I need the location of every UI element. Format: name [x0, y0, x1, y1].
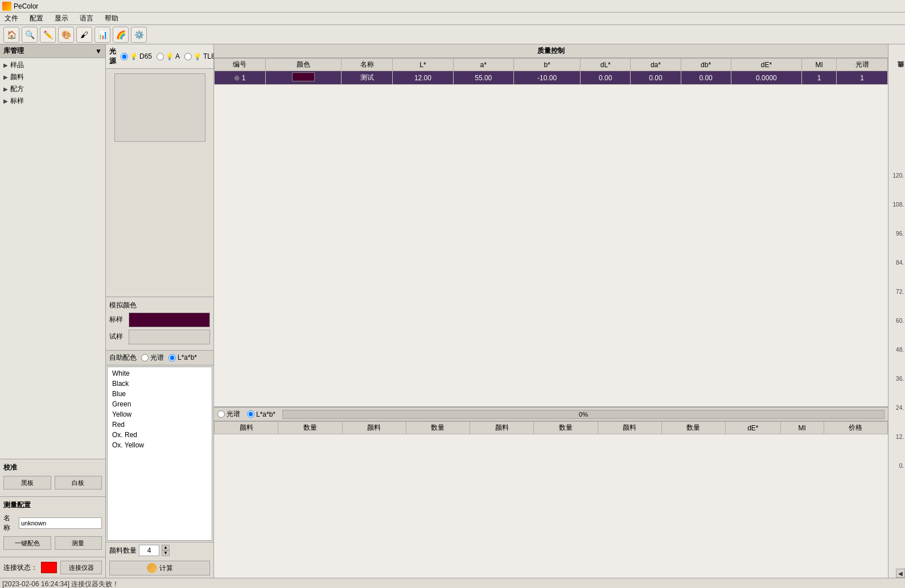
lab-match-radio-option[interactable]: L*a*b*	[247, 410, 275, 418]
light-d65-radio[interactable]	[121, 53, 128, 60]
sample-color-label: 试样	[109, 332, 125, 342]
spectrum-radio-label: 光谱	[150, 353, 164, 363]
preview-area	[106, 69, 213, 297]
color-item-blue[interactable]: Blue	[108, 389, 212, 399]
qc-cell-L: 12.00	[393, 71, 453, 85]
self-match-header: 自助配色 光谱 L*a*b*	[106, 351, 213, 365]
progress-label: 0%	[283, 410, 884, 418]
lab-radio-option[interactable]: L*a*b*	[168, 353, 197, 361]
qc-cell-dE: 0.0000	[731, 71, 802, 85]
qc-table: 编号 颜色 名称 L* a* b* dL* da* db* dE* MI 光谱	[214, 58, 888, 85]
menu-file[interactable]: 文件	[2, 13, 20, 24]
home-button[interactable]: 🏠	[3, 27, 19, 43]
qc-col-dL: dL*	[581, 59, 631, 71]
spectrum-radio[interactable]	[141, 354, 149, 361]
spectrum-match-radio[interactable]	[217, 410, 225, 418]
light-source-section: 光源 💡 D65 💡 A 💡 TL84	[106, 44, 213, 69]
lab-match-label: L*a*b*	[256, 410, 275, 418]
sidebar-item-formula[interactable]: ▶ 配方	[1, 83, 104, 95]
calculate-button[interactable]: 计算	[109, 561, 210, 575]
measurement-name-input[interactable]	[19, 517, 102, 529]
sidebar-dropdown-icon: ▼	[95, 47, 102, 55]
y-label-36: 36.	[896, 376, 904, 382]
sidebar-item-pigments[interactable]: ▶ 颜料	[1, 71, 104, 83]
color-item-ox-red[interactable]: Ox. Red	[108, 430, 212, 440]
menu-language[interactable]: 语言	[77, 13, 96, 24]
color-item-ox-yellow[interactable]: Ox. Yellow	[108, 440, 212, 450]
search-button[interactable]: 🔍	[22, 27, 38, 43]
sidebar-item-label-pigments: 颜料	[10, 72, 24, 82]
y-label-120: 120.	[893, 172, 904, 179]
connection-indicator	[41, 562, 57, 573]
y-label-0: 0.	[899, 463, 904, 469]
right-panel: 质量控制 编号 颜色 名称 L* a* b* dL* da* db* dE*	[214, 44, 888, 578]
pigment-count-input[interactable]	[139, 545, 159, 556]
spinner-down-button[interactable]: ▼	[162, 550, 170, 556]
one-click-match-button[interactable]: 一键配色	[3, 536, 51, 550]
menu-display[interactable]: 显示	[52, 13, 71, 24]
standard-color-box	[129, 312, 210, 327]
spinner-buttons: ▲ ▼	[162, 545, 170, 556]
sidebar: 库管理 ▼ ▶ 样品 ▶ 颜料 ▶ 配方 ▶ 标样 校准	[0, 44, 106, 578]
qc-col-MI: MI	[802, 59, 837, 71]
match-col-qty3: 数量	[534, 422, 598, 434]
qc-cell-da: 0.00	[631, 71, 681, 85]
simulated-color-section: 模拟颜色 标样 试样	[106, 297, 213, 351]
measure-button[interactable]: 测量	[55, 536, 102, 550]
progress-bar: 0%	[282, 410, 885, 419]
white-board-button[interactable]: 白板	[55, 476, 102, 490]
spinner-up-button[interactable]: ▲	[162, 545, 170, 550]
table-row[interactable]: ⊕ 1 测试 12.00 55.00 -10.00 0.00 0.00 0.00…	[215, 71, 888, 85]
pigment-count-row: 颜料数量 ▲ ▼	[106, 542, 213, 558]
color-wheel-button[interactable]: 🎨	[58, 27, 74, 43]
color-item-black[interactable]: Black	[108, 379, 212, 389]
color-item-white[interactable]: White	[108, 368, 212, 379]
calibration-buttons: 黑板 白板	[3, 476, 102, 490]
measurement-name-label: 名称	[3, 513, 17, 533]
match-col-pigment4: 颜料	[598, 422, 661, 434]
lab-match-radio[interactable]	[247, 410, 254, 418]
qc-table-wrapper: 编号 颜色 名称 L* a* b* dL* da* db* dE* MI 光谱	[214, 58, 888, 407]
color-item-green[interactable]: Green	[108, 399, 212, 409]
spectrum-scroll-arrow[interactable]: ◀	[896, 569, 905, 578]
color-item-red[interactable]: Red	[108, 420, 212, 430]
match-section: 光谱 L*a*b* 0% 颜料 数量 颜料 数量 颜料	[214, 407, 888, 578]
light-d65-option[interactable]: 💡 D65	[121, 52, 152, 60]
match-col-qty1: 数量	[278, 422, 342, 434]
rainbow-button[interactable]: 🌈	[113, 27, 129, 43]
qc-cell-a: 55.00	[453, 71, 513, 85]
menu-help[interactable]: 帮助	[102, 13, 121, 24]
black-board-button[interactable]: 黑板	[3, 476, 51, 490]
settings-button[interactable]: ⚙️	[131, 27, 147, 43]
light-a-option[interactable]: 💡 A	[157, 52, 180, 60]
qc-col-a: a*	[453, 59, 513, 71]
pigment-count-label: 颜料数量	[109, 546, 137, 556]
measurement-title: 测量配置	[3, 500, 102, 510]
color-item-yellow[interactable]: Yellow	[108, 409, 212, 420]
edit-button[interactable]: ✏️	[40, 27, 56, 43]
self-match-title: 自助配色	[109, 353, 137, 363]
lab-radio[interactable]	[168, 354, 176, 361]
match-col-qty2: 数量	[406, 422, 470, 434]
spectrum-match-radio-option[interactable]: 光谱	[217, 409, 240, 419]
tree-arrow-standard: ▶	[3, 98, 8, 104]
light-a-radio[interactable]	[157, 53, 164, 60]
sidebar-item-samples[interactable]: ▶ 样品	[1, 59, 104, 71]
sample-color-row: 试样	[109, 330, 210, 344]
menu-config[interactable]: 配置	[27, 13, 46, 24]
app-title: PeColor	[14, 2, 38, 10]
light-tl84-radio[interactable]	[184, 53, 192, 60]
preview-inner	[114, 73, 205, 142]
y-axis-labels: 120. 108. 96. 84. 72. 60. 48. 36. 24. 12…	[893, 172, 905, 469]
spectrum-radio-option[interactable]: 光谱	[141, 353, 164, 363]
y-label-60: 60.	[896, 318, 904, 324]
match-col-price: 价格	[824, 422, 887, 434]
standard-color-row: 标样	[109, 312, 210, 327]
sidebar-item-standard[interactable]: ▶ 标样	[1, 95, 104, 107]
qc-cell-icon: ⊕ 1	[215, 71, 266, 85]
y-label-24: 24.	[896, 405, 904, 411]
connect-instrument-button[interactable]: 连接仪器	[60, 561, 102, 574]
spectrum-match-label: 光谱	[227, 409, 240, 419]
palette-button[interactable]: 🖌	[76, 27, 92, 43]
chart-button[interactable]: 📊	[94, 27, 110, 43]
